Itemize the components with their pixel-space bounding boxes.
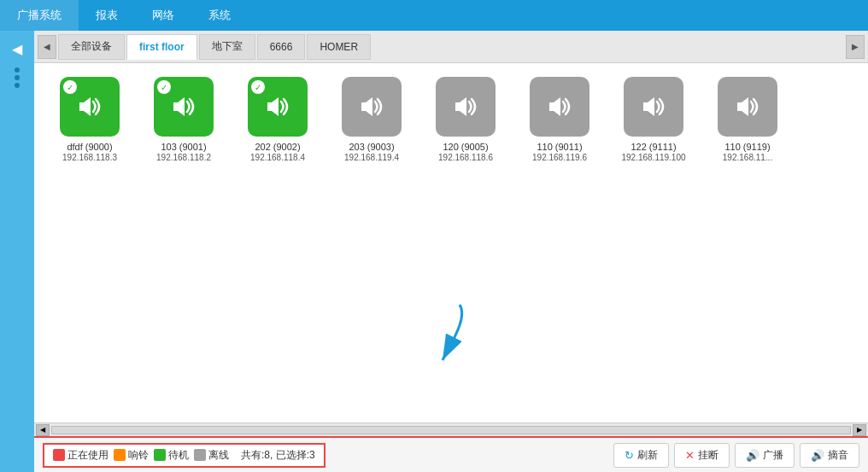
- speaker-icon: [638, 91, 669, 122]
- legend-label-ring: 响铃: [128, 448, 149, 463]
- broadcast-button[interactable]: 🔊 广播: [735, 443, 795, 468]
- legend-item-offline: 离线: [194, 448, 229, 463]
- status-bar: 正在使用 响铃 待机 离线 共有:8, 已选择:3 ↻: [34, 436, 868, 472]
- legend-item-standby: 待机: [154, 448, 189, 463]
- sidebar-dot: [15, 75, 20, 80]
- talk-icon: 🔊: [811, 449, 824, 462]
- tab-6666[interactable]: 6666: [257, 34, 306, 60]
- refresh-button[interactable]: ↻ 刷新: [613, 443, 669, 468]
- device-ip: 192.168.118.6: [438, 153, 493, 162]
- legend-item-active: 正在使用: [53, 448, 108, 463]
- device-name: 122 (9111): [630, 141, 676, 153]
- device-ip: 192.168.119.4: [344, 153, 399, 162]
- refresh-icon: ↻: [625, 449, 634, 462]
- device-icon-wrap: [624, 77, 683, 137]
- device-ip: 192.168.11...: [723, 153, 772, 162]
- device-item[interactable]: 120 (9005)192.168.118.6: [427, 77, 504, 162]
- speaker-icon: [544, 91, 575, 122]
- svg-marker-5: [549, 97, 560, 116]
- legend-dot-green: [154, 449, 166, 461]
- tab-nav-left[interactable]: ◀: [38, 35, 56, 59]
- svg-marker-0: [79, 97, 91, 116]
- device-checkmark: ✓: [157, 80, 171, 94]
- hangup-icon: ✕: [685, 449, 695, 462]
- hangup-label: 挂断: [698, 448, 718, 463]
- device-item[interactable]: ✓ dfdf (9000)192.168.118.3: [51, 77, 128, 162]
- menu-bar: 广播系统 报表 网络 系统: [0, 0, 868, 31]
- device-icon-wrap: ✓: [60, 77, 120, 137]
- menu-item-system[interactable]: 系统: [191, 0, 248, 31]
- device-item[interactable]: ✓ 103 (9001)192.168.118.2: [145, 77, 222, 162]
- refresh-label: 刷新: [637, 448, 658, 463]
- menu-item-report[interactable]: 报表: [79, 0, 135, 31]
- legend-dot-gray: [194, 449, 206, 461]
- svg-marker-2: [267, 97, 279, 116]
- device-icon-wrap: [530, 77, 589, 137]
- speaker-icon: [356, 91, 387, 122]
- device-ip: 192.168.118.3: [62, 153, 117, 162]
- speaker-icon: [74, 91, 105, 122]
- device-icon-wrap: ✓: [248, 77, 308, 137]
- legend-label-offline: 离线: [208, 448, 229, 463]
- talk-button[interactable]: 🔊 摘音: [800, 443, 859, 468]
- device-icon-wrap: [342, 77, 402, 137]
- talk-label: 摘音: [828, 448, 848, 463]
- scroll-track[interactable]: [51, 426, 851, 434]
- device-name: 110 (9011): [537, 141, 582, 153]
- device-item[interactable]: 110 (9011)192.168.119.6: [521, 77, 598, 162]
- device-checkmark: ✓: [251, 80, 265, 94]
- device-ip: 192.168.119.6: [532, 153, 587, 162]
- tab-nav-right[interactable]: ▶: [846, 35, 865, 59]
- left-sidebar: ◀: [0, 31, 34, 472]
- legend-label-standby: 待机: [168, 448, 189, 463]
- tab-first-floor[interactable]: first floor: [126, 34, 197, 60]
- speaker-icon: [732, 91, 763, 122]
- sidebar-dots: [15, 67, 20, 88]
- svg-marker-1: [173, 97, 185, 116]
- legend-dot-orange: [114, 449, 126, 461]
- tab-basement[interactable]: 地下室: [199, 34, 255, 60]
- device-name: 110 (9119): [724, 141, 770, 153]
- tab-all-devices[interactable]: 全部设备: [58, 34, 125, 60]
- device-item[interactable]: 122 (9111)192.168.119.100: [615, 77, 692, 162]
- main-layout: ◀ ◀ 全部设备 first floor 地下室 6666 HOMER ▶ ✓ …: [0, 31, 868, 472]
- device-grid-area: ✓ dfdf (9000)192.168.118.3✓ 103 (9001)19…: [34, 63, 868, 422]
- device-name: dfdf (9000): [67, 141, 112, 153]
- hangup-button[interactable]: ✕ 挂断: [674, 443, 730, 468]
- svg-marker-6: [643, 97, 654, 116]
- status-legend: 正在使用 响铃 待机 离线 共有:8, 已选择:3: [43, 443, 326, 468]
- device-ip: 192.168.118.2: [156, 153, 211, 162]
- legend-dot-red: [53, 449, 65, 461]
- broadcast-label: 广播: [763, 448, 783, 463]
- scroll-right-btn[interactable]: ▶: [853, 424, 866, 436]
- scroll-left-btn[interactable]: ◀: [36, 424, 50, 436]
- device-name: 203 (9003): [349, 141, 394, 153]
- sidebar-collapse-btn[interactable]: ◀: [9, 38, 26, 61]
- speaker-icon: [262, 91, 293, 122]
- device-item[interactable]: ✓ 202 (9002)192.168.118.4: [239, 77, 316, 162]
- menu-item-broadcast[interactable]: 广播系统: [0, 0, 79, 31]
- tab-homer[interactable]: HOMER: [307, 34, 371, 60]
- svg-marker-7: [737, 97, 748, 116]
- status-actions: ↻ 刷新 ✕ 挂断 🔊 广播 🔊 摘音: [613, 443, 859, 468]
- device-name: 103 (9001): [161, 141, 206, 153]
- svg-marker-4: [455, 97, 466, 116]
- arrow-annotation: [425, 300, 477, 371]
- device-name: 202 (9002): [255, 141, 300, 153]
- device-icon-wrap: [718, 77, 777, 137]
- menu-item-network[interactable]: 网络: [135, 0, 191, 31]
- horizontal-scrollbar[interactable]: ◀ ▶: [34, 422, 868, 436]
- sidebar-dot: [15, 67, 20, 73]
- svg-marker-3: [361, 97, 372, 116]
- device-item[interactable]: 110 (9119)192.168.11...: [709, 77, 786, 162]
- tab-bar: ◀ 全部设备 first floor 地下室 6666 HOMER ▶: [34, 31, 868, 63]
- device-ip: 192.168.118.4: [250, 153, 305, 162]
- device-checkmark: ✓: [63, 80, 77, 94]
- content-area: ◀ 全部设备 first floor 地下室 6666 HOMER ▶ ✓ df…: [34, 31, 868, 472]
- device-ip: 192.168.119.100: [621, 153, 685, 162]
- legend-item-ring: 响铃: [114, 448, 149, 463]
- device-item[interactable]: 203 (9003)192.168.119.4: [333, 77, 410, 162]
- device-grid: ✓ dfdf (9000)192.168.118.3✓ 103 (9001)19…: [51, 77, 851, 162]
- broadcast-icon: 🔊: [746, 449, 760, 462]
- speaker-icon: [450, 91, 481, 122]
